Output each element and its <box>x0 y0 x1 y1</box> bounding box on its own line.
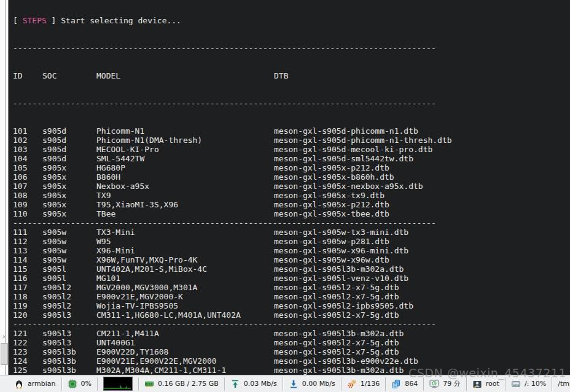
device-dtb: meson-gxl-s905d-sml5442tw.dtb <box>274 154 570 163</box>
steps-label: STEPS <box>23 16 47 25</box>
taskbar-item-launcher[interactable]: armbian <box>9 375 61 392</box>
taskbar-item-files[interactable]: 864 <box>386 375 423 392</box>
device-model: Phicomm-N1(DMA-thresh) <box>96 136 274 145</box>
device-row: 119s905l2Wojia-TV-IPBS9505meson-gxl-s905… <box>13 301 570 310</box>
file-count-label: 864 <box>405 380 418 388</box>
taskbar-item-download[interactable]: 0.00 Mb/s <box>283 375 341 392</box>
device-soc: s905x <box>42 191 96 200</box>
device-id: 123 <box>13 347 42 356</box>
device-dtb: meson-gxl-s905x-tbee.dtb <box>274 209 570 218</box>
device-id: 125 <box>13 366 42 375</box>
device-soc: s905x <box>42 172 96 182</box>
device-soc: s905x <box>42 163 96 172</box>
header-dtb: DTB <box>274 71 570 80</box>
device-row: 105s905xHG680Pmeson-gxl-s905x-p212.dtb <box>13 163 570 172</box>
device-model: CM311-1,HG680-LC,M401A,UNT402A <box>96 310 274 320</box>
table-header: ID SOC MODEL DTB <box>13 71 570 80</box>
device-id: 115 <box>13 264 42 274</box>
device-row: 120s905l3CM311-1,HG680-LC,M401A,UNT402Am… <box>13 310 570 320</box>
device-dtb: meson-gxl-s905x-nexbox-a95x.dtb <box>274 182 570 191</box>
device-id: 110 <box>13 209 42 218</box>
taskbar-item-upload[interactable]: 0.03 Mb/s <box>225 375 283 392</box>
device-id: 105 <box>13 163 42 172</box>
device-dtb: meson-gxl-s905l3b-m302a.dtb <box>274 264 570 274</box>
download-icon <box>289 379 299 389</box>
left-panel-rail: › <box>0 0 9 375</box>
separator-line: ----------------------------------------… <box>13 99 570 108</box>
header-model: MODEL <box>96 71 274 80</box>
device-dtb: meson-gxl-s905x-p212.dtb <box>274 200 570 209</box>
device-soc: s905d <box>42 136 96 145</box>
device-dtb: meson-gxl-s905l2-x7-5g.dtb <box>274 310 570 320</box>
documents-icon <box>391 379 401 389</box>
header-id: ID <box>13 71 42 80</box>
terminal-window[interactable]: [ STEPS ] Start selecting device... ----… <box>8 0 570 375</box>
user-icon <box>472 379 482 389</box>
taskbar-item-ram[interactable]: 0.16 GB / 2.75 GB <box>139 375 224 392</box>
device-soc: s905w <box>42 228 96 237</box>
device-dtb: meson-gxl-s905l2-x7-5g.dtb <box>274 347 570 356</box>
device-dtb: meson-gxl-s905l-venz-v10.dtb <box>274 274 570 283</box>
device-id: 111 <box>13 228 42 237</box>
taskbar-item-uptime[interactable]: 79 分 <box>424 375 466 392</box>
device-id: 117 <box>13 283 42 292</box>
device-row: 103s905dMECOOL-KI-Promeson-gxl-s905d-mec… <box>13 145 570 154</box>
device-model: SML-5442TW <box>96 154 274 163</box>
device-dtb: meson-gxl-s905w-p281.dtb <box>274 237 570 246</box>
device-id: 113 <box>13 246 42 255</box>
device-soc: s905l3b <box>42 366 96 375</box>
taskbar-item-cpu[interactable]: 0% <box>62 375 97 392</box>
cpu-icon <box>68 379 77 389</box>
device-dtb: meson-gxl-s905d-phicomm-n1-thresh.dtb <box>274 136 570 145</box>
device-soc: s905l3 <box>42 329 96 338</box>
header-soc: SOC <box>42 71 96 80</box>
user-label: root <box>486 380 499 388</box>
uptime-icon <box>429 379 439 389</box>
device-soc: s905w <box>42 255 96 264</box>
cpu-usage-label: 0% <box>81 380 92 388</box>
device-soc: s905d <box>42 154 96 163</box>
device-row: 115s905lUNT402A,M201-S,MiBox-4Cmeson-gxl… <box>13 264 570 274</box>
device-row: 110s905xTBeemeson-gxl-s905x-tbee.dtb <box>13 209 570 218</box>
device-model: MECOOL-KI-Pro <box>96 145 274 154</box>
device-table-body: 101s905dPhicomm-N1meson-gxl-s905d-phicom… <box>13 126 570 375</box>
device-id: 108 <box>13 191 42 200</box>
taskbar-item-cpu-graph[interactable] <box>98 375 138 392</box>
device-id: 102 <box>13 136 42 145</box>
device-id: 121 <box>13 329 42 338</box>
upload-speed-label: 0.03 Mb/s <box>244 380 277 388</box>
disk-tmp-label: /tmp: 1% <box>558 380 570 388</box>
device-soc: s905l2 <box>42 283 96 292</box>
device-model: Nexbox-a95x <box>96 182 274 191</box>
upload-icon <box>230 379 240 389</box>
device-dtb: meson-gxl-s905l2-x7-5g.dtb <box>274 338 570 347</box>
process-count-label: 1/136 <box>361 380 380 388</box>
device-row: 114s905wX96W,FunTV,MXQ-Pro-4Kmeson-gxl-s… <box>13 255 570 264</box>
device-dtb: meson-gxl-s905d-mecool-ki-pro.dtb <box>274 145 570 154</box>
device-soc: s905x <box>42 200 96 209</box>
device-soc: s905l <box>42 274 96 283</box>
taskbar-item-user[interactable]: root <box>467 375 505 392</box>
device-soc: s905l2 <box>42 292 96 301</box>
device-row: 107s905xNexbox-a95xmeson-gxl-s905x-nexbo… <box>13 182 570 191</box>
steps-line: [ STEPS ] Start selecting device... <box>13 16 570 25</box>
taskbar-item-disk-root[interactable]: /: 10% <box>506 375 552 392</box>
device-model: E900V22D,TY1608 <box>96 347 274 356</box>
expand-chevron-icon[interactable]: › <box>1 332 7 342</box>
device-row: 104s905dSML-5442TWmeson-gxl-s905d-sml544… <box>13 154 570 163</box>
device-soc: s905l3b <box>42 356 96 366</box>
device-model: M302A,M304A,CM211-1,CM311-1 <box>96 366 274 375</box>
device-dtb: meson-gxl-s905l3b-m302a.dtb <box>274 366 570 375</box>
device-id: 120 <box>13 310 42 320</box>
device-row: 106s905xB860Hmeson-gxl-s905x-b860h.dtb <box>13 172 570 182</box>
taskbar-item-processes[interactable]: 1/136 <box>342 375 386 392</box>
device-soc: s905x <box>42 209 96 218</box>
device-id: 122 <box>13 338 42 347</box>
device-row: 108s905xTX9meson-gxl-s905x-tx9.dtb <box>13 191 570 200</box>
rail-drag-handle[interactable] <box>1 343 8 365</box>
device-dtb: meson-gxl-s905x-p212.dtb <box>274 163 570 172</box>
device-id: 106 <box>13 172 42 182</box>
taskbar-item-disk-tmp[interactable]: /tmp: 1% <box>552 375 570 392</box>
device-id: 103 <box>13 145 42 154</box>
device-id: 109 <box>13 200 42 209</box>
